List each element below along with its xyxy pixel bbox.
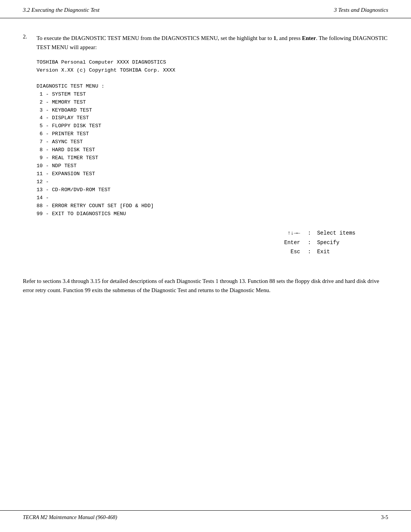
key-legend-separator: :	[304, 238, 315, 247]
key-legend-separator: :	[304, 247, 315, 256]
key-legend-key: Enter	[282, 238, 304, 247]
key-legend-row: Enter:Specify	[282, 238, 358, 247]
bold-2: Enter	[302, 35, 316, 41]
key-legend-row: Esc:Exit	[282, 247, 358, 256]
bold-1: 1	[274, 35, 277, 41]
key-legend-key: Esc	[282, 247, 304, 256]
header-right: 3 Tests and Diagnostics	[334, 7, 388, 13]
item-number: 2.	[23, 34, 30, 267]
page-footer: TECRA M2 Maintenance Manual (960-468) 3-…	[0, 510, 411, 521]
key-legend-key: ↑↓→←	[282, 228, 304, 238]
paragraph: Refer to sections 3.4 through 3.15 for d…	[23, 276, 388, 296]
footer-left: TECRA M2 Maintenance Manual (960-468)	[23, 514, 117, 521]
main-content: 2. To execute the DIAGNOSTIC TEST MENU f…	[0, 18, 411, 318]
header-left: 3.2 Executing the Diagnostic Test	[23, 7, 100, 13]
key-legend-action: Exit	[315, 247, 358, 256]
intro-text-1: To execute the DIAGNOSTIC TEST MENU from…	[37, 35, 274, 41]
key-legend: ↑↓→←:Select itemsEnter:SpecifyEsc:Exit	[37, 228, 388, 256]
numbered-item-2: 2. To execute the DIAGNOSTIC TEST MENU f…	[23, 34, 388, 267]
key-legend-separator: :	[304, 228, 315, 238]
footer-right: 3-5	[381, 514, 388, 521]
page-header: 3.2 Executing the Diagnostic Test 3 Test…	[0, 0, 411, 18]
item-body: To execute the DIAGNOSTIC TEST MENU from…	[37, 34, 388, 267]
key-legend-table: ↑↓→←:Select itemsEnter:SpecifyEsc:Exit	[282, 228, 358, 256]
intro-text-2: , and press	[276, 35, 302, 41]
key-legend-row: ↑↓→←:Select items	[282, 228, 358, 238]
code-block: TOSHIBA Personal Computer XXXX DIAGNOSTI…	[37, 59, 388, 218]
page: 3.2 Executing the Diagnostic Test 3 Test…	[0, 0, 411, 532]
key-legend-action: Specify	[315, 238, 358, 247]
key-legend-action: Select items	[315, 228, 358, 238]
